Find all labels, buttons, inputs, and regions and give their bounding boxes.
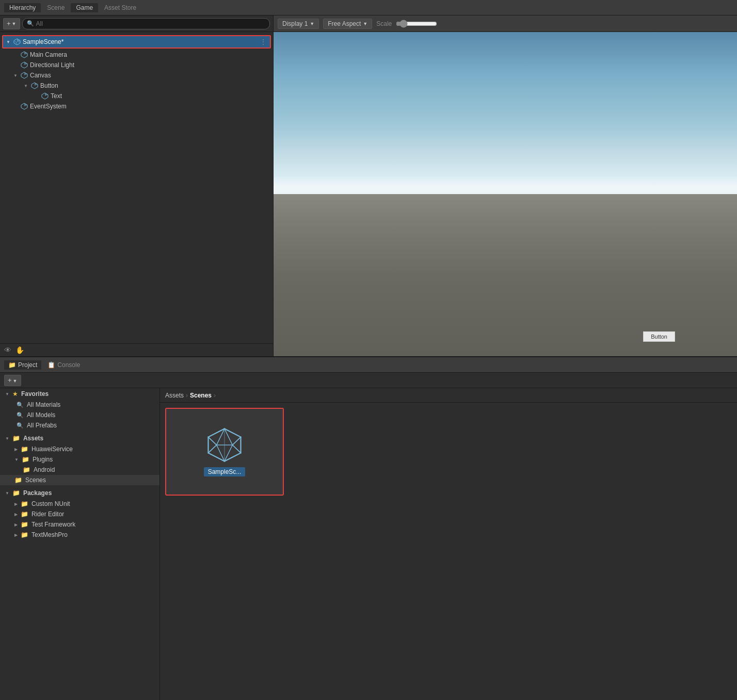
hierarchy-item-canvas[interactable]: ▼ Canvas bbox=[0, 70, 273, 81]
breadcrumb-sep1: › bbox=[186, 392, 188, 399]
game-view: Display 1 ▼ Free Aspect ▼ Scale B bbox=[274, 15, 737, 356]
plugins-arrow: ▼ bbox=[14, 457, 19, 462]
breadcrumb-assets[interactable]: Assets bbox=[165, 392, 184, 399]
display-chevron-icon: ▼ bbox=[310, 21, 314, 26]
svg-marker-13 bbox=[45, 93, 48, 96]
scene-kebab-menu[interactable]: ⋮ bbox=[260, 38, 267, 46]
text-cube-icon bbox=[41, 92, 49, 100]
game-viewport: Button bbox=[274, 32, 737, 356]
project-add-button[interactable]: +▼ bbox=[4, 375, 21, 386]
all-prefabs-item[interactable]: 🔍 All Prefabs bbox=[0, 420, 159, 431]
svg-marker-21 bbox=[209, 445, 225, 462]
display-dropdown[interactable]: Display 1 ▼ bbox=[278, 19, 319, 29]
scale-slider[interactable] bbox=[396, 20, 437, 28]
hierarchy-item-eventsystem[interactable]: EventSystem bbox=[0, 101, 273, 112]
huawei-service-item[interactable]: ▶ 📁 HuaweiService bbox=[0, 444, 159, 454]
svg-marker-9 bbox=[24, 72, 27, 75]
hierarchy-selected-group: ▼ SampleScene* ⋮ bbox=[2, 35, 271, 49]
svg-marker-5 bbox=[24, 52, 27, 55]
canvas-label: Canvas bbox=[30, 72, 51, 79]
svg-marker-17 bbox=[225, 429, 241, 446]
hand-icon[interactable]: ✋ bbox=[15, 346, 24, 354]
console-tab[interactable]: 📋 Console bbox=[43, 360, 84, 370]
plugins-item[interactable]: ▼ 📁 Plugins bbox=[0, 454, 159, 465]
svg-marker-15 bbox=[24, 103, 27, 106]
search-icon: 🔍 bbox=[27, 20, 34, 27]
packages-section[interactable]: ▼ 📁 Packages bbox=[0, 487, 159, 499]
sample-scene-tile[interactable]: SampleSc... bbox=[165, 408, 284, 496]
folder-icon-plugins: 📁 bbox=[22, 456, 29, 463]
svg-marker-19 bbox=[232, 437, 241, 453]
scene-name: SampleScene* bbox=[23, 38, 63, 45]
svg-marker-11 bbox=[35, 83, 38, 86]
arrow-right4: ▶ bbox=[14, 522, 18, 527]
directional-light-label: Directional Light bbox=[30, 61, 74, 69]
unity-logo-icon bbox=[206, 427, 243, 463]
assets-folder-icon: 📁 bbox=[12, 435, 20, 442]
assets-label: Assets bbox=[23, 435, 43, 442]
hierarchy-add-button[interactable]: +▼ bbox=[3, 18, 20, 29]
hierarchy-item-main-camera[interactable]: Main Camera bbox=[0, 50, 273, 60]
arrow-right: ▶ bbox=[14, 447, 18, 452]
hierarchy-item-button[interactable]: ▼ Button bbox=[0, 81, 273, 91]
svg-marker-18 bbox=[209, 429, 225, 446]
main-camera-label: Main Camera bbox=[30, 51, 67, 58]
visibility-icon[interactable]: 👁 bbox=[4, 346, 11, 354]
asset-store-tab[interactable]: Asset Store bbox=[99, 3, 141, 12]
search-small-icon2: 🔍 bbox=[17, 412, 24, 419]
console-tab-icon: 📋 bbox=[47, 361, 55, 369]
viewport-button-widget: Button bbox=[643, 331, 675, 342]
folder-icon-nunit: 📁 bbox=[21, 500, 28, 507]
favorites-label: Favorites bbox=[21, 390, 49, 397]
hierarchy-search-input[interactable] bbox=[36, 20, 265, 27]
folder-icon-android: 📁 bbox=[23, 466, 30, 473]
camera-cube-icon bbox=[21, 51, 28, 58]
android-item[interactable]: 📁 Android bbox=[0, 465, 159, 475]
scene-item[interactable]: ▼ SampleScene* ⋮ bbox=[3, 36, 270, 47]
breadcrumb-sep2: › bbox=[214, 392, 216, 399]
project-sidebar: ▼ ★ Favorites 🔍 All Materials 🔍 All Mode… bbox=[0, 388, 160, 700]
rider-editor-item[interactable]: ▶ 📁 Rider Editor bbox=[0, 509, 159, 519]
folder-icon-scenes: 📁 bbox=[14, 476, 22, 484]
folder-icon-rider: 📁 bbox=[21, 511, 28, 518]
svg-marker-7 bbox=[24, 62, 27, 65]
favorites-section[interactable]: ▼ ★ Favorites bbox=[0, 388, 159, 400]
game-tab[interactable]: Game bbox=[71, 3, 98, 12]
custom-nunit-item[interactable]: ▶ 📁 Custom NUnit bbox=[0, 499, 159, 509]
hierarchy-item-text[interactable]: Text bbox=[0, 91, 273, 101]
button-arrow: ▼ bbox=[24, 84, 29, 88]
scene-expand-arrow: ▼ bbox=[6, 40, 11, 44]
arrow-right3: ▶ bbox=[14, 512, 18, 517]
hierarchy-tab[interactable]: Hierarchy bbox=[4, 3, 41, 12]
test-framework-item[interactable]: ▶ 📁 Test Framework bbox=[0, 519, 159, 530]
text-label: Text bbox=[51, 92, 62, 100]
scene-tab[interactable]: Scene bbox=[42, 3, 70, 12]
eventsystem-label: EventSystem bbox=[30, 103, 67, 110]
textmeshpro-item[interactable]: ▶ 📁 TextMeshPro bbox=[0, 530, 159, 540]
all-models-item[interactable]: 🔍 All Models bbox=[0, 410, 159, 420]
packages-arrow: ▼ bbox=[5, 491, 9, 496]
hierarchy-panel: +▼ 🔍 ▼ bbox=[0, 15, 274, 356]
aspect-chevron-icon: ▼ bbox=[363, 21, 367, 26]
scenes-item[interactable]: 📁 Scenes bbox=[0, 475, 159, 485]
breadcrumb-scenes[interactable]: Scenes bbox=[190, 392, 212, 399]
hierarchy-item-directional-light[interactable]: Directional Light bbox=[0, 60, 273, 70]
folder-icon-hw: 📁 bbox=[21, 446, 28, 453]
breadcrumb: Assets › Scenes › bbox=[160, 388, 737, 403]
free-aspect-dropdown[interactable]: Free Aspect ▼ bbox=[323, 19, 372, 29]
project-content: Assets › Scenes › bbox=[160, 388, 737, 700]
scale-label: Scale bbox=[376, 20, 392, 27]
assets-arrow: ▼ bbox=[5, 436, 9, 441]
project-tab[interactable]: 📁 Project bbox=[4, 360, 41, 370]
eventsystem-cube-icon bbox=[21, 103, 28, 110]
search-small-icon3: 🔍 bbox=[17, 422, 24, 429]
svg-marker-22 bbox=[225, 445, 241, 462]
folder-tab-icon: 📁 bbox=[8, 361, 16, 369]
search-small-icon: 🔍 bbox=[17, 402, 24, 408]
scene-asset-label: SampleSc... bbox=[204, 467, 246, 476]
assets-section[interactable]: ▼ 📁 Assets bbox=[0, 433, 159, 444]
asset-grid: SampleSc... bbox=[160, 403, 737, 700]
folder-icon-test: 📁 bbox=[21, 521, 28, 528]
svg-marker-20 bbox=[209, 437, 217, 453]
all-materials-item[interactable]: 🔍 All Materials bbox=[0, 400, 159, 410]
